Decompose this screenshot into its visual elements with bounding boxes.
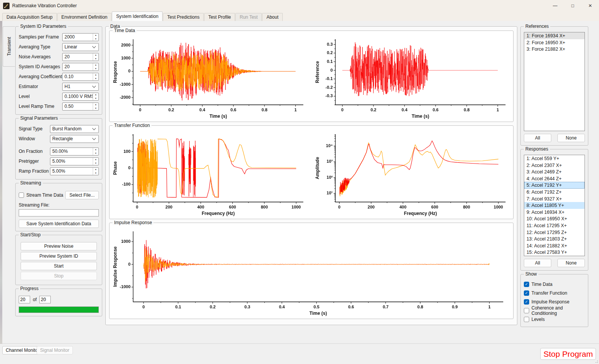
spin-down-icon[interactable]: ▼ bbox=[93, 106, 98, 110]
list-item[interactable]: 9: Accel 16934 X+ bbox=[524, 209, 585, 216]
tab-test-profile[interactable]: Test Profile bbox=[204, 13, 235, 21]
param-select[interactable]: Rectangle bbox=[50, 135, 99, 143]
maximize-icon[interactable]: □ bbox=[564, 0, 581, 11]
list-item[interactable]: 2: Force 16950 X+ bbox=[524, 39, 585, 46]
param-spin[interactable]: 2000▲▼ bbox=[62, 33, 99, 41]
param-spin[interactable]: 0.10▲▼ bbox=[62, 73, 99, 81]
tab-test-predictions[interactable]: Test Predictions bbox=[163, 13, 204, 21]
param-select[interactable]: H1 bbox=[62, 83, 99, 91]
spin-down-icon[interactable]: ▼ bbox=[93, 96, 98, 100]
param-spin[interactable]: 50.00%▲▼ bbox=[50, 148, 99, 156]
checkbox-checked-icon[interactable]: ✓ bbox=[524, 290, 529, 296]
list-item[interactable]: 1: Accel 559 Y+ bbox=[524, 155, 585, 162]
list-item[interactable]: 3: Force 21882 X+ bbox=[524, 46, 585, 53]
spin-arrows[interactable]: ▲▼ bbox=[93, 53, 98, 61]
stream-time-data-checkbox[interactable] bbox=[19, 192, 24, 198]
preview-system-id-button[interactable]: Preview System ID bbox=[21, 252, 97, 260]
spin-up-icon[interactable]: ▲ bbox=[93, 148, 98, 152]
responses-none-button[interactable]: None bbox=[557, 259, 585, 267]
spin-down-icon[interactable]: ▼ bbox=[93, 161, 98, 165]
stop-program-button[interactable]: Stop Program bbox=[540, 348, 596, 360]
streaming-file-input[interactable] bbox=[19, 209, 99, 216]
time-data-group: Time Data bbox=[109, 30, 514, 122]
list-item[interactable]: 8: Accel 11805 Y+ bbox=[524, 202, 585, 209]
references-none-button[interactable]: None bbox=[557, 134, 585, 142]
spin-up-icon[interactable]: ▲ bbox=[93, 63, 98, 67]
spin-arrows[interactable]: ▲▼ bbox=[93, 73, 98, 80]
spin-down-icon[interactable]: ▼ bbox=[93, 77, 98, 80]
spin-arrows[interactable]: ▲▼ bbox=[93, 148, 98, 155]
list-item[interactable]: 1: Force 16934 X+ bbox=[524, 32, 585, 39]
checkbox-checked-icon[interactable]: ✓ bbox=[524, 282, 529, 287]
spin-down-icon[interactable]: ▼ bbox=[93, 57, 98, 61]
param-label: Averaging Type bbox=[19, 44, 62, 50]
resize-grip[interactable] bbox=[594, 359, 598, 363]
minimize-icon[interactable]: — bbox=[546, 0, 564, 11]
spin-down-icon[interactable]: ▼ bbox=[93, 151, 98, 155]
checkbox-unchecked-icon[interactable] bbox=[524, 317, 529, 322]
checkbox-unchecked-icon[interactable] bbox=[524, 308, 529, 313]
spin-arrows[interactable]: ▲▼ bbox=[93, 168, 98, 175]
tab-transient[interactable]: Transient bbox=[3, 26, 15, 67]
tab-data-acquisition-setup[interactable]: Data Acquisition Setup bbox=[2, 13, 57, 21]
list-item[interactable]: 4: Accel 2644 Z+ bbox=[524, 175, 585, 182]
show-option[interactable]: ✓Transfer Function bbox=[524, 289, 585, 297]
show-option-label: Time Data bbox=[531, 282, 552, 287]
show-option[interactable]: Coherence and Conditioning bbox=[524, 306, 585, 315]
spin-arrows[interactable]: ▲▼ bbox=[93, 63, 98, 71]
list-item[interactable]: 14: Accel 21882 X+ bbox=[524, 242, 585, 249]
list-item[interactable]: 12: Accel 17295 Z+ bbox=[524, 229, 585, 236]
param-spin[interactable]: 0.1000 V RMS▲▼ bbox=[62, 93, 99, 101]
param-select[interactable]: Linear bbox=[62, 43, 99, 51]
spin-down-icon[interactable]: ▼ bbox=[93, 37, 98, 41]
spin-up-icon[interactable]: ▲ bbox=[93, 103, 98, 107]
spin-up-icon[interactable]: ▲ bbox=[93, 34, 98, 37]
spin-up-icon[interactable]: ▲ bbox=[93, 53, 98, 57]
spin-up-icon[interactable]: ▲ bbox=[93, 73, 98, 77]
list-item[interactable]: 15: Accel 27583 Y+ bbox=[524, 249, 585, 256]
checkbox-checked-icon[interactable]: ✓ bbox=[524, 299, 529, 305]
references-list[interactable]: 1: Force 16934 X+2: Force 16950 X+3: For… bbox=[524, 32, 585, 131]
save-system-identification-data-button[interactable]: Save System Identification Data bbox=[19, 220, 99, 228]
close-icon[interactable]: ✕ bbox=[581, 0, 599, 11]
spin-up-icon[interactable]: ▲ bbox=[93, 168, 98, 172]
param-spin[interactable]: 0.50▲▼ bbox=[62, 103, 99, 111]
responses-all-button[interactable]: All bbox=[524, 259, 551, 267]
responses-list[interactable]: 1: Accel 559 Y+2: Accel 2307 X+3: Accel … bbox=[524, 155, 585, 256]
spin-arrows[interactable]: ▲▼ bbox=[93, 158, 98, 165]
spin-up-icon[interactable]: ▲ bbox=[93, 158, 98, 162]
spin-arrows[interactable]: ▲▼ bbox=[93, 103, 98, 110]
progress-current-input[interactable] bbox=[19, 296, 30, 303]
param-spin[interactable]: 5.00%▲▼ bbox=[50, 157, 99, 165]
list-item[interactable]: 2: Accel 2307 X+ bbox=[524, 162, 585, 169]
param-spin[interactable]: 20▲▼ bbox=[62, 53, 99, 61]
list-item[interactable]: 7: Accel 9327 X+ bbox=[524, 196, 585, 202]
spin-arrows[interactable]: ▲▼ bbox=[93, 34, 98, 41]
window-title: Rattlesnake Vibration Controller bbox=[12, 3, 77, 8]
param-spin[interactable]: 20▲▼ bbox=[62, 63, 99, 71]
start-button[interactable]: Start bbox=[21, 262, 97, 270]
list-item[interactable]: 10: Accel 16950 X+ bbox=[524, 215, 585, 222]
tab-system-identification[interactable]: System Identification bbox=[112, 11, 163, 21]
spin-down-icon[interactable]: ▼ bbox=[93, 171, 98, 175]
list-item[interactable]: 13: Accel 21803 Z+ bbox=[524, 236, 585, 242]
progress-total-input[interactable] bbox=[39, 296, 51, 303]
spin-arrows[interactable]: ▲▼ bbox=[93, 93, 98, 100]
list-item[interactable]: 5: Accel 7192 Y+ bbox=[524, 182, 585, 189]
show-option[interactable]: Levels bbox=[524, 315, 585, 324]
tab-about[interactable]: About bbox=[262, 13, 282, 21]
param-spin[interactable]: 5.00%▲▼ bbox=[50, 167, 99, 175]
tab-environment-definition[interactable]: Environment Definition bbox=[57, 13, 112, 21]
list-item[interactable]: 11: Accel 17295 X+ bbox=[524, 222, 585, 229]
signal-parameters-group: Signal Parameters Signal TypeBurst Rando… bbox=[15, 118, 102, 180]
show-option[interactable]: ✓Time Data bbox=[524, 280, 585, 289]
list-item[interactable]: 3: Accel 2469 Z+ bbox=[524, 168, 585, 175]
references-all-button[interactable]: All bbox=[524, 134, 551, 142]
select-file-button[interactable]: Select File... bbox=[65, 191, 99, 199]
preview-noise-button[interactable]: Preview Noise bbox=[21, 242, 97, 250]
spin-up-icon[interactable]: ▲ bbox=[93, 93, 98, 97]
list-item[interactable]: 6: Accel 7192 Z+ bbox=[524, 189, 585, 196]
response-time-chart bbox=[112, 35, 309, 120]
param-select[interactable]: Burst Random bbox=[50, 125, 99, 133]
spin-down-icon[interactable]: ▼ bbox=[93, 67, 98, 71]
